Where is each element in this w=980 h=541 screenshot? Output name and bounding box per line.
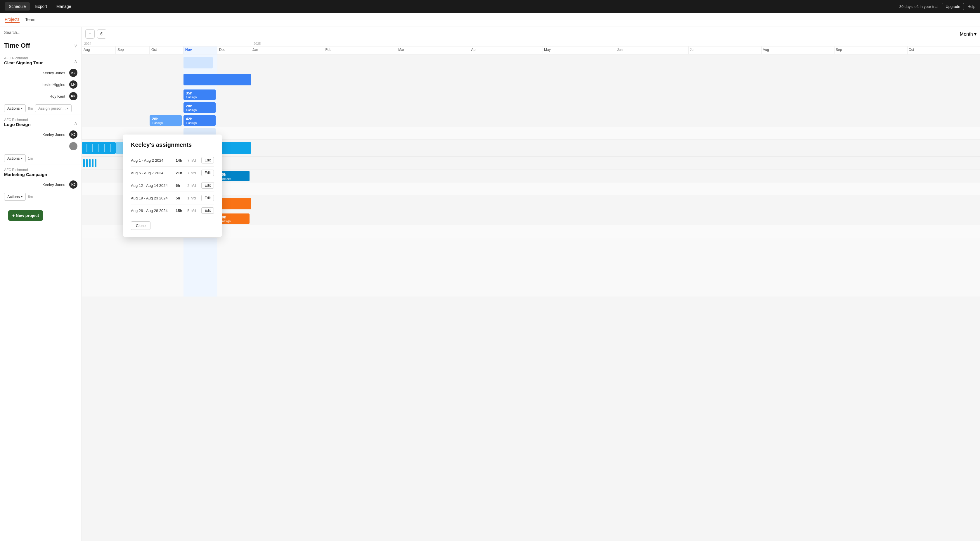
project-client-3: AFC Richmond bbox=[4, 168, 47, 172]
assignment-date-2: Aug 12 - Aug 14 2024 bbox=[131, 184, 173, 188]
month-view-chevron: ▾ bbox=[974, 32, 977, 37]
block-cleat-rk-nov[interactable]: 42h1 assign. bbox=[183, 115, 216, 126]
search-input[interactable] bbox=[4, 30, 78, 35]
month-oct: Oct bbox=[150, 46, 183, 54]
project-footer-2: Actions ▾ 1m bbox=[0, 152, 81, 164]
avatar-kj-2: KJ bbox=[69, 131, 78, 139]
avatar-kj-1: KJ bbox=[69, 69, 78, 77]
month-aug-25: Aug bbox=[762, 46, 835, 54]
nav-export[interactable]: Export bbox=[31, 2, 51, 11]
trial-text: 30 days left in your trial bbox=[899, 5, 939, 9]
duration-2: 1m bbox=[28, 156, 33, 161]
modal-close-button[interactable]: Close bbox=[131, 221, 151, 230]
edit-button-0[interactable]: Edit bbox=[201, 157, 214, 163]
assignment-date-4: Aug 26 - Aug 28 2024 bbox=[131, 209, 173, 213]
year-2025: 2025 Jan Feb Mar Apr May Jun Jul Aug Sep… bbox=[251, 41, 980, 54]
assignment-row-2: Aug 12 - Aug 14 2024 6h 2 h/d Edit bbox=[131, 179, 214, 192]
cleat-lh-row: 28h4 assign. bbox=[82, 101, 980, 114]
sub-nav: Projects Team bbox=[0, 13, 980, 27]
assignment-per-day-3: 1 h/d bbox=[187, 196, 199, 200]
month-selector[interactable]: Month ▾ bbox=[960, 31, 977, 37]
actions-button-2[interactable]: Actions ▾ bbox=[4, 155, 26, 162]
block-cleat-rk-oct[interactable]: 28h1 assign. bbox=[150, 115, 182, 126]
assignment-row-4: Aug 26 - Aug 28 2024 15h 5 h/d Edit bbox=[131, 204, 214, 217]
assignment-row-3: Aug 19 - Aug 23 2024 5h 1 h/d Edit bbox=[131, 192, 214, 204]
person-name-kj-3: Keeley Jones bbox=[4, 182, 67, 187]
person-row-lh-1: Leslie Higgins LH bbox=[0, 79, 81, 90]
timeline-header: 2024 Aug Sep Oct Nov Dec 2025 Jan Feb bbox=[82, 41, 980, 54]
months-2025: Jan Feb Mar Apr May Jun Jul Aug Sep Oct bbox=[251, 46, 980, 54]
block-logo-p2-dec[interactable]: 80h1 assign. bbox=[217, 171, 250, 181]
new-project-button[interactable]: + New project bbox=[8, 210, 43, 221]
assignment-date-1: Aug 5 - Aug 7 2024 bbox=[131, 171, 173, 175]
help-link[interactable]: Help bbox=[967, 5, 975, 9]
block-cleat-kj-nov[interactable]: 35h1 assign. bbox=[183, 89, 216, 100]
month-may: May bbox=[543, 46, 616, 54]
project-collapse-2[interactable]: ∧ bbox=[74, 120, 78, 126]
project-footer-1: Actions ▾ 8m Assign person... ▾ bbox=[0, 102, 81, 115]
assignment-row-1: Aug 5 - Aug 7 2024 21h 7 h/d Edit bbox=[131, 167, 214, 179]
project-client-1: AFC Richmond bbox=[4, 56, 43, 60]
edit-button-2[interactable]: Edit bbox=[201, 182, 214, 188]
clock-button[interactable]: ⏱ bbox=[97, 29, 107, 38]
person-row-kj-2: Keeley Jones KJ bbox=[0, 129, 81, 140]
assignment-per-day-4: 5 h/d bbox=[187, 209, 199, 213]
avatar-kj-3: KJ bbox=[69, 180, 78, 188]
month-jul: Jul bbox=[689, 46, 762, 54]
search-container bbox=[0, 27, 81, 38]
project-cleat-signing-tour: AFC Richmond Cleat Signing Tour ∧ Keeley… bbox=[0, 53, 81, 115]
person-name-kj-1: Keeley Jones bbox=[4, 71, 67, 75]
timeline-toolbar: ↑ ⏱ Month ▾ bbox=[82, 27, 980, 41]
project-footer-3: Actions ▾ 8m bbox=[0, 190, 81, 203]
nav-manage[interactable]: Manage bbox=[52, 2, 75, 11]
tab-team[interactable]: Team bbox=[25, 17, 35, 22]
time-off-section: Time Off ∨ bbox=[0, 38, 81, 53]
time-off-row bbox=[82, 54, 980, 71]
edit-button-1[interactable]: Edit bbox=[201, 170, 214, 176]
month-view-label: Month bbox=[960, 32, 973, 37]
block-cleat-lh-nov[interactable]: 28h4 assign. bbox=[183, 102, 216, 113]
upgrade-button[interactable]: Upgrade bbox=[942, 3, 964, 10]
assignment-per-day-2: 2 h/d bbox=[187, 184, 199, 188]
assignment-total-0: 14h bbox=[176, 158, 185, 163]
year-2024: 2024 Aug Sep Oct Nov Dec bbox=[82, 41, 251, 54]
project-name-1: Cleat Signing Tour bbox=[4, 60, 43, 65]
tab-projects[interactable]: Projects bbox=[5, 17, 19, 23]
month-sep: Sep bbox=[116, 46, 150, 54]
project-client-2: AFC Richmond bbox=[4, 118, 31, 122]
edit-button-3[interactable]: Edit bbox=[201, 195, 214, 201]
person-name-lh-1: Leslie Higgins bbox=[4, 83, 67, 87]
person-row-kj-3: Keeley Jones KJ bbox=[0, 179, 81, 190]
month-jan: Jan bbox=[251, 46, 325, 54]
assign-button-1[interactable]: Assign person... ▾ bbox=[35, 104, 71, 112]
scroll-left-button[interactable]: ↑ bbox=[85, 29, 95, 38]
assignment-total-4: 15h bbox=[176, 209, 185, 213]
actions-button-3[interactable]: Actions ▾ bbox=[4, 193, 26, 201]
month-jun: Jun bbox=[616, 46, 689, 54]
cleat-header-block bbox=[183, 74, 251, 85]
actions-button-1[interactable]: Actions ▾ bbox=[4, 104, 26, 112]
month-aug: Aug bbox=[82, 46, 116, 54]
empty-space bbox=[82, 238, 980, 297]
assignment-date-0: Aug 1 - Aug 2 2024 bbox=[131, 158, 173, 163]
content-area: Time Off ∨ AFC Richmond Cleat Signing To… bbox=[0, 27, 980, 541]
assignments-modal: Keeley's assignments Aug 1 - Aug 2 2024 … bbox=[123, 134, 222, 237]
assignment-total-2: 6h bbox=[176, 184, 185, 188]
nav-schedule[interactable]: Schedule bbox=[5, 2, 30, 11]
project-collapse-1[interactable]: ∧ bbox=[74, 59, 78, 64]
month-oct-25: Oct bbox=[908, 46, 980, 54]
timeline-scroll[interactable]: ↑ ⏱ Month ▾ 2024 Aug Sep Oct Nov bbox=[82, 27, 980, 541]
block-mkt-kj-dec[interactable]: 10h1 assign. bbox=[217, 214, 250, 224]
assignment-date-3: Aug 19 - Aug 23 2024 bbox=[131, 196, 173, 200]
logo-kj-aug-stripes bbox=[82, 158, 116, 168]
assignment-per-day-0: 7 h/d bbox=[187, 158, 199, 163]
project-header-1: AFC Richmond Cleat Signing Tour ∧ bbox=[0, 53, 81, 67]
avatar-rk-1: RK bbox=[69, 92, 78, 100]
project-header-3: AFC Richmond Marketing Campaign bbox=[0, 165, 81, 179]
time-off-chevron[interactable]: ∨ bbox=[74, 43, 78, 49]
project-logo-design: AFC Richmond Logo Design ∧ Keeley Jones … bbox=[0, 115, 81, 165]
person-row-kj-1: Keeley Jones KJ bbox=[0, 67, 81, 79]
time-off-label: Time Off bbox=[4, 42, 30, 49]
edit-button-4[interactable]: Edit bbox=[201, 207, 214, 214]
month-sep-25: Sep bbox=[835, 46, 908, 54]
